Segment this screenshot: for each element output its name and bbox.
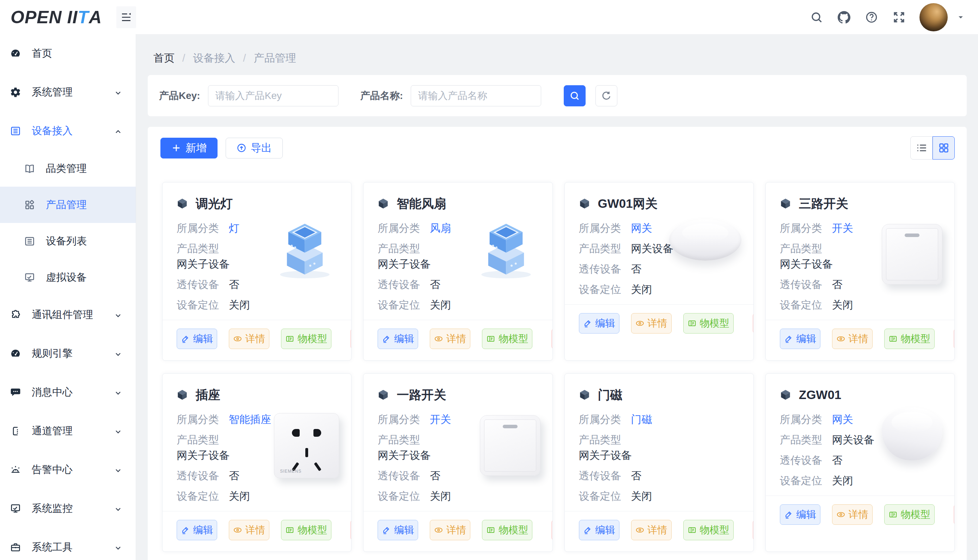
sidebar-collapse-button[interactable] (116, 6, 136, 28)
product-name: 门磁 (598, 387, 623, 403)
product-category-link[interactable]: 灯 (229, 221, 239, 235)
product-type-value: 网关子设备 (579, 448, 688, 462)
list-view-button[interactable] (910, 136, 933, 160)
detail-label: 详情 (446, 523, 466, 537)
sidebar-item-alert-center[interactable]: 告警中心 (0, 450, 136, 489)
product-category-link[interactable]: 风扇 (430, 221, 451, 235)
field-label: 所属分类 (579, 412, 621, 427)
product-toolbar: 新增 导出 (148, 127, 967, 160)
puzzle-icon (10, 309, 21, 320)
sidebar-item-sys-monitor[interactable]: 系统监控 (0, 489, 136, 528)
help-button[interactable] (864, 10, 879, 24)
breadcrumb-home[interactable]: 首页 (153, 51, 174, 65)
sidebar-item-label: 产品管理 (46, 198, 87, 212)
product-passthrough-value: 否 (631, 262, 642, 276)
detail-product-button[interactable]: 详情 (832, 328, 873, 349)
product-passthrough-value: 否 (229, 278, 239, 292)
github-button[interactable] (837, 10, 851, 24)
product-category-link[interactable]: 门磁 (631, 412, 652, 427)
delete-product-button[interactable] (954, 504, 955, 525)
edit-product-button[interactable]: 编辑 (177, 520, 217, 540)
product-passthrough-field: 透传设备否 (579, 469, 688, 483)
sidebar-item-message-center[interactable]: 消息中心 (0, 373, 136, 412)
search-button[interactable] (809, 10, 824, 24)
product-image (669, 214, 741, 261)
breadcrumb-separator: / (182, 51, 185, 65)
grid-view-button[interactable] (933, 136, 955, 160)
product-category-link[interactable]: 网关 (832, 412, 853, 427)
product-type-field: 产品类型网关子设备 (177, 242, 286, 271)
trash-icon (552, 525, 552, 535)
sidebar-item-device-list[interactable]: 设备列表 (0, 223, 136, 259)
export-button[interactable]: 导出 (226, 138, 283, 158)
edit-product-button[interactable]: 编辑 (579, 313, 619, 333)
github-icon (838, 11, 850, 23)
fullscreen-button[interactable] (892, 10, 906, 24)
thing-model-button[interactable]: 物模型 (482, 520, 532, 540)
product-category-link[interactable]: 开关 (430, 412, 451, 427)
edit-product-button[interactable]: 编辑 (780, 504, 821, 525)
eye-icon (233, 334, 242, 343)
delete-product-button[interactable] (351, 328, 351, 349)
edit-product-button[interactable]: 编辑 (780, 328, 821, 349)
sidebar-menu: 首页系统管理设备接入品类管理产品管理设备列表虚拟设备通讯组件管理规则引擎消息中心… (0, 34, 136, 560)
edit-product-button[interactable]: 编辑 (579, 520, 619, 540)
delete-product-button[interactable] (552, 328, 552, 349)
field-label: 所属分类 (378, 221, 420, 235)
product-passthrough-value: 否 (631, 469, 642, 483)
add-product-button[interactable]: 新增 (160, 138, 217, 158)
detail-product-button[interactable]: 详情 (631, 520, 672, 540)
product-name-input[interactable] (411, 85, 541, 107)
upload-icon (237, 143, 246, 153)
product-name: 智能风扇 (397, 196, 446, 211)
thing-model-button[interactable]: 物模型 (281, 328, 331, 349)
sidebar-item-channel-mgmt[interactable]: 通道管理 (0, 412, 136, 450)
sidebar-item-system[interactable]: 系统管理 (0, 73, 136, 112)
sidebar-item-home[interactable]: 首页 (0, 34, 136, 73)
edit-product-button[interactable]: 编辑 (378, 328, 418, 349)
sidebar-item-sys-tools[interactable]: 系统工具 (0, 528, 136, 560)
edit-product-button[interactable]: 编辑 (378, 520, 418, 540)
delete-product-button[interactable] (954, 328, 955, 349)
product-key-input[interactable] (208, 85, 338, 107)
field-label: 透传设备 (378, 278, 420, 292)
delete-product-button[interactable] (753, 520, 754, 540)
sidebar-item-product-mgmt[interactable]: 产品管理 (0, 187, 136, 223)
thing-model-button[interactable]: 物模型 (482, 328, 532, 349)
detail-label: 详情 (246, 523, 265, 537)
plus-icon (171, 143, 181, 153)
filter-search-button[interactable] (564, 85, 585, 107)
caret-down-icon[interactable] (956, 13, 965, 22)
chevron-down-icon (114, 88, 122, 97)
thing-model-button[interactable]: 物模型 (884, 328, 935, 349)
thing-model-button[interactable]: 物模型 (683, 313, 734, 333)
detail-product-button[interactable]: 详情 (631, 313, 672, 333)
detail-product-button[interactable]: 详情 (430, 328, 470, 349)
sidebar-item-virtual-device[interactable]: 虚拟设备 (0, 259, 136, 295)
edit-product-button[interactable]: 编辑 (177, 328, 217, 349)
delete-product-button[interactable] (753, 313, 754, 333)
detail-product-button[interactable]: 详情 (229, 520, 269, 540)
thing-model-button[interactable]: 物模型 (281, 520, 331, 540)
product-category-link[interactable]: 开关 (832, 221, 853, 235)
thing-model-button[interactable]: 物模型 (683, 520, 734, 540)
product-category-link[interactable]: 网关 (631, 221, 652, 235)
detail-product-button[interactable]: 详情 (832, 504, 873, 525)
product-category-link[interactable]: 智能插座 (229, 412, 271, 427)
sidebar-item-category-mgmt[interactable]: 品类管理 (0, 150, 136, 187)
detail-label: 详情 (246, 332, 265, 345)
model-icon (285, 334, 294, 343)
delete-product-button[interactable] (552, 520, 552, 540)
thing-model-button[interactable]: 物模型 (884, 504, 935, 525)
product-type-value: 网关子设备 (378, 257, 487, 271)
sidebar-item-comm-mgmt[interactable]: 通讯组件管理 (0, 295, 136, 334)
field-label: 产品类型 (177, 433, 219, 447)
user-avatar[interactable] (919, 3, 948, 31)
delete-product-button[interactable] (351, 520, 351, 540)
pen-icon (382, 525, 391, 535)
sidebar-item-rule-engine[interactable]: 规则引擎 (0, 334, 136, 373)
detail-product-button[interactable]: 详情 (430, 520, 470, 540)
sidebar-item-device-access[interactable]: 设备接入 (0, 112, 136, 150)
detail-product-button[interactable]: 详情 (229, 328, 269, 349)
filter-reset-button[interactable] (595, 85, 617, 107)
